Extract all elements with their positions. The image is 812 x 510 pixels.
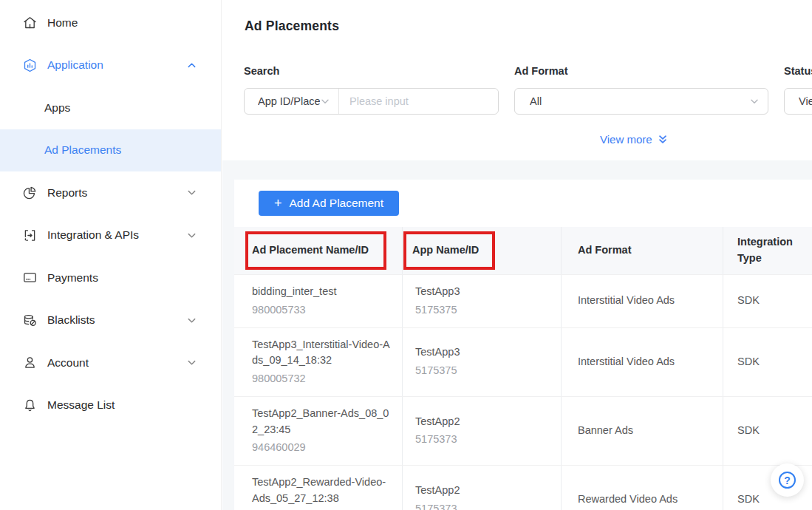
cell-ad-format: Interstitial Video Ads xyxy=(561,328,723,396)
filter-panel: Ad Placements Search App ID/Placem Ad Fo… xyxy=(222,0,812,160)
sidebar-item-label: Home xyxy=(47,16,78,30)
add-ad-placement-button[interactable]: + Add Ad Placement xyxy=(259,191,399,216)
sidebar-item-label: Ad Placements xyxy=(44,143,121,157)
integration-icon xyxy=(22,228,38,243)
column-header-app-name-id: App Name/ID xyxy=(402,227,561,274)
placement-id: 980005732 xyxy=(252,371,392,387)
sidebar-item-ad-placements[interactable]: Ad Placements xyxy=(0,129,221,172)
table-row: TestApp2_Banner-Ads_08_02_23:45 94646002… xyxy=(234,396,812,465)
sidebar-item-account[interactable]: Account xyxy=(0,341,221,384)
search-input[interactable] xyxy=(339,89,498,114)
cell-app-name-id: TestApp2 5175373 xyxy=(402,466,561,510)
table-row: bidding_inter_test 980005733 TestApp3 51… xyxy=(234,274,812,327)
sidebar-item-payments[interactable]: Payments xyxy=(0,256,221,299)
chevron-down-icon xyxy=(187,358,197,367)
cell-placement-name-id: TestApp2_Rewarded-Video-Ads_05_27_12:38 … xyxy=(234,466,402,510)
cell-ad-format: Interstitial Video Ads xyxy=(561,275,723,327)
app-name: TestApp2 xyxy=(415,483,552,499)
status-select[interactable]: Vie xyxy=(784,88,812,115)
app-name: TestApp2 xyxy=(415,414,552,430)
placement-name: bidding_inter_test xyxy=(252,284,392,300)
sidebar-item-message-list[interactable]: Message List xyxy=(0,384,221,427)
cell-integration-type: SDK xyxy=(723,328,812,396)
page-title: Ad Placements xyxy=(245,18,339,34)
sidebar-item-blacklists[interactable]: Blacklists xyxy=(0,299,221,342)
cell-integration-type: SDK xyxy=(723,397,812,465)
main-content: Ad Placements Search App ID/Placem Ad Fo… xyxy=(222,0,812,510)
table-section: + Add Ad Placement Ad Placement Name/ID … xyxy=(222,160,812,510)
sidebar-item-home[interactable]: Home xyxy=(0,1,221,44)
plus-icon: + xyxy=(274,197,282,210)
sidebar-item-reports[interactable]: Reports xyxy=(0,171,221,214)
column-header-ad-placement-name-id: Ad Placement Name/ID xyxy=(234,227,402,274)
column-header-integration-type: Integration Type xyxy=(723,227,812,274)
question-mark-icon: ? xyxy=(779,472,796,489)
sidebar-item-label: Payments xyxy=(47,271,98,285)
sidebar-item-label: Account xyxy=(47,356,89,370)
ad-format-value: All xyxy=(530,95,542,107)
sidebar-item-apps[interactable]: Apps xyxy=(0,86,221,129)
search-field-value: App ID/Placem xyxy=(258,95,320,107)
search-field-select[interactable]: App ID/Placem xyxy=(245,89,339,114)
cell-app-name-id: TestApp2 5175373 xyxy=(402,397,561,465)
sidebar-item-label: Blacklists xyxy=(47,313,95,327)
placement-id: 946460029 xyxy=(252,440,392,456)
cell-placement-name-id: bidding_inter_test 980005733 xyxy=(234,275,402,327)
placement-name: TestApp2_Rewarded-Video-Ads_05_27_12:38 xyxy=(252,475,392,507)
cell-placement-name-id: TestApp2_Banner-Ads_08_02_23:45 94646002… xyxy=(234,397,402,465)
sidebar-item-label: Message List xyxy=(47,398,115,412)
sidebar-item-label: Integration & APIs xyxy=(47,228,139,242)
cell-app-name-id: TestApp3 5175375 xyxy=(402,275,561,327)
column-header-ad-format: Ad Format xyxy=(561,227,723,274)
home-icon xyxy=(22,15,38,30)
table-row: TestApp2_Rewarded-Video-Ads_05_27_12:38 … xyxy=(234,465,812,510)
chevron-down-icon xyxy=(320,96,330,106)
sidebar-item-integration-apis[interactable]: Integration & APIs xyxy=(0,214,221,257)
chevron-down-icon xyxy=(187,231,197,240)
app-id: 5175375 xyxy=(415,302,552,319)
table-card: + Add Ad Placement Ad Placement Name/ID … xyxy=(234,180,812,510)
bell-icon xyxy=(22,398,38,413)
sidebar-item-label: Application xyxy=(47,58,103,72)
view-more-link[interactable]: View more xyxy=(600,133,668,146)
sidebar-item-application[interactable]: Application xyxy=(0,44,221,87)
cell-integration-type: SDK xyxy=(723,275,812,327)
search-label: Search xyxy=(244,65,279,77)
sidebar: Home Application Apps Ad Placements Repo… xyxy=(0,0,222,510)
add-button-label: Add Ad Placement xyxy=(290,197,384,210)
table-header-row: Ad Placement Name/ID App Name/ID Ad Form… xyxy=(234,227,812,274)
cell-ad-format: Rewarded Video Ads xyxy=(561,466,723,510)
chevron-down-icon xyxy=(187,188,197,197)
sidebar-item-label: Apps xyxy=(44,101,70,115)
reports-icon xyxy=(22,185,38,200)
search-group: App ID/Placem xyxy=(244,88,499,115)
placement-name: TestApp2_Banner-Ads_08_02_23:45 xyxy=(252,406,392,438)
payments-icon xyxy=(22,270,38,285)
cell-placement-name-id: TestApp3_Interstitial-Video-Ads_09_14_18… xyxy=(234,328,402,396)
help-button[interactable]: ? xyxy=(771,463,804,497)
view-more-label: View more xyxy=(600,133,652,146)
cell-app-name-id: TestApp3 5175375 xyxy=(402,328,561,396)
status-value: Vie xyxy=(799,95,812,107)
app-id: 5175373 xyxy=(415,432,552,448)
cell-ad-format: Banner Ads xyxy=(561,397,723,465)
sidebar-item-label: Reports xyxy=(47,186,87,200)
placement-name: TestApp3_Interstitial-Video-Ads_09_14_18… xyxy=(252,337,392,370)
table-row: TestApp3_Interstitial-Video-Ads_09_14_18… xyxy=(234,327,812,396)
double-chevron-down-icon xyxy=(658,134,668,145)
app-id: 5175375 xyxy=(415,363,552,379)
ad-placements-table: Ad Placement Name/ID App Name/ID Ad Form… xyxy=(234,227,812,510)
app-name: TestApp3 xyxy=(415,344,552,361)
blacklists-icon xyxy=(22,313,38,328)
application-icon xyxy=(22,58,38,73)
account-icon xyxy=(22,355,38,370)
chevron-down-icon xyxy=(187,316,197,325)
app-id: 5175373 xyxy=(415,501,552,510)
placement-id: 980005733 xyxy=(252,302,392,319)
chevron-down-icon xyxy=(749,96,760,106)
ad-format-select[interactable]: All xyxy=(514,88,768,115)
chevron-up-icon xyxy=(187,61,197,70)
app-name: TestApp3 xyxy=(415,284,552,300)
status-label: Status xyxy=(784,65,812,77)
ad-format-label: Ad Format xyxy=(514,65,568,77)
